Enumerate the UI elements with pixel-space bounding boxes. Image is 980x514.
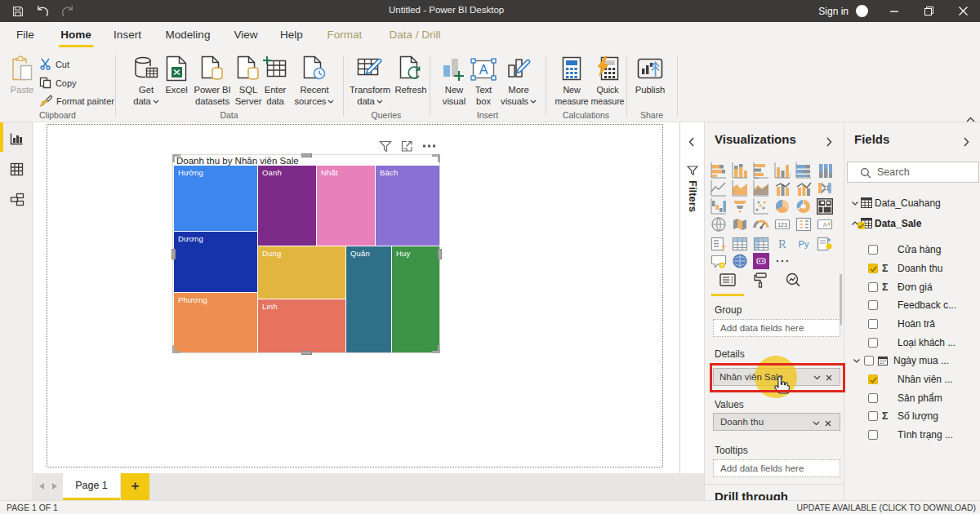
svg-text:A: A — [479, 63, 488, 77]
svg-text:123: 123 — [777, 222, 787, 228]
svg-text:R: R — [778, 237, 786, 250]
svg-text:Py: Py — [799, 239, 809, 249]
svg-text:A: A — [822, 221, 826, 228]
